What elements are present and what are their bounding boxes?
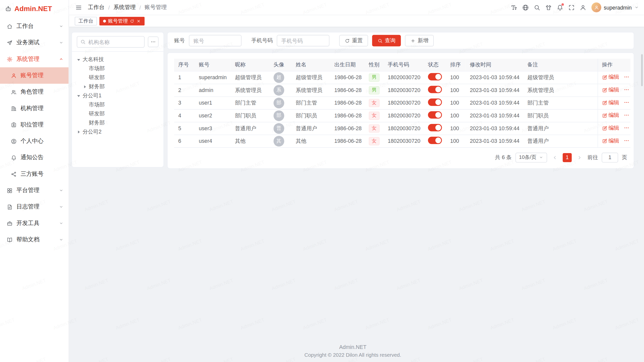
cell-nickname: 部门主管	[231, 97, 269, 109]
cell-actions: 编辑	[598, 109, 631, 122]
edit-button[interactable]: 编辑	[602, 137, 619, 145]
sidebar-item-workbench[interactable]: 工作台	[0, 18, 69, 34]
add-button[interactable]: 新增	[405, 35, 434, 47]
row-more-button[interactable]	[623, 112, 629, 118]
search-submit-button[interactable]: 查询	[372, 35, 401, 47]
row-more-button[interactable]	[623, 99, 629, 105]
org-search-input[interactable]	[77, 36, 144, 48]
app-logo-text: Admin.NET	[14, 5, 52, 13]
user-menu[interactable]: superadmin	[591, 3, 639, 12]
sidebar-item-notice-announcement[interactable]: 通知公告	[0, 149, 69, 166]
breadcrumb-item[interactable]: 工作台	[88, 4, 104, 11]
cell-actions: 编辑	[598, 122, 631, 135]
close-icon[interactable]	[136, 19, 141, 23]
page-1-button[interactable]: 1	[563, 153, 572, 162]
edit-button[interactable]: 编辑	[602, 112, 619, 119]
caret-right-icon[interactable]	[76, 129, 81, 134]
caret-down-icon[interactable]	[76, 57, 81, 62]
breadcrumb-item[interactable]: 系统管理	[113, 4, 136, 11]
edit-button-label: 编辑	[609, 99, 619, 106]
cell-account: superadmin	[195, 71, 231, 84]
breadcrumb-separator: /	[139, 4, 141, 10]
fullscreen-button[interactable]	[566, 2, 577, 13]
profile-button[interactable]	[578, 2, 588, 13]
scrollbar-thumb[interactable]	[641, 54, 643, 86]
column-header: 头像	[269, 59, 292, 71]
refresh-icon[interactable]	[130, 19, 134, 23]
cell-order: 100	[446, 97, 466, 109]
cell-nickname: 超级管理员	[231, 71, 269, 84]
notification-button[interactable]	[554, 2, 565, 13]
sidebar-item-business-test[interactable]: 业务测试	[0, 34, 69, 51]
phone-input[interactable]	[277, 35, 329, 47]
avatar: 部	[273, 110, 284, 121]
status-toggle[interactable]	[428, 99, 442, 106]
font-size-button[interactable]	[508, 2, 519, 13]
share-icon	[11, 171, 17, 177]
sidebar-item-help-docs[interactable]: 帮助文档	[0, 232, 69, 248]
status-toggle[interactable]	[428, 73, 442, 80]
row-more-button[interactable]	[623, 138, 629, 144]
status-toggle[interactable]	[428, 137, 442, 144]
add-button-label: 新增	[418, 37, 428, 44]
goto-page-input[interactable]	[602, 153, 618, 162]
edit-button[interactable]: 编辑	[602, 99, 619, 106]
edit-button[interactable]: 编辑	[602, 74, 619, 81]
account-input[interactable]	[189, 35, 242, 47]
tree-node[interactable]: 研发部	[73, 73, 162, 82]
cell-order: 100	[446, 122, 466, 135]
reset-button[interactable]: 重置	[339, 35, 368, 47]
search-button[interactable]	[532, 2, 542, 13]
fullscreen-icon	[568, 4, 575, 11]
sidebar-item-post-management[interactable]: 职位管理	[0, 117, 69, 133]
tree-node[interactable]: 财务部	[73, 82, 162, 91]
cell-nickname: 部门职员	[231, 109, 269, 122]
caret-down-icon[interactable]	[76, 93, 81, 98]
org-more-button[interactable]	[148, 36, 158, 47]
app-logo[interactable]: Admin.NET	[0, 0, 69, 18]
cell-modified: 2023-01-03 10:59:44	[466, 97, 523, 109]
status-toggle[interactable]	[428, 111, 442, 118]
next-page-button[interactable]	[575, 155, 584, 160]
tree-node[interactable]: 大名科技	[73, 55, 162, 64]
tree-node[interactable]: 分公司1	[73, 91, 162, 100]
row-more-button[interactable]	[623, 125, 629, 131]
sidebar-item-log-management[interactable]: 日志管理	[0, 199, 69, 215]
row-more-button[interactable]	[623, 86, 629, 93]
collapse-sidebar-button[interactable]	[73, 2, 84, 13]
row-more-button[interactable]	[623, 74, 629, 80]
tree-node[interactable]: 研发部	[73, 109, 162, 118]
status-toggle[interactable]	[428, 124, 442, 131]
chevron-down-icon	[59, 40, 64, 45]
tree-node[interactable]: 分公司2	[73, 127, 162, 136]
edit-button[interactable]: 编辑	[602, 124, 619, 132]
caret-right-icon[interactable]	[82, 84, 88, 89]
sidebar-item-dev-tools[interactable]: 开发工具	[0, 215, 69, 232]
column-header: 修改时间	[466, 59, 523, 71]
sidebar-item-platform-management[interactable]: 平台管理	[0, 182, 69, 199]
page-size-value: 10条/页	[519, 154, 536, 161]
tree-node[interactable]: 市场部	[73, 64, 162, 73]
topbar-actions: superadmin	[508, 2, 639, 13]
cell-nickname: 其他	[231, 135, 269, 148]
tree-node[interactable]: 财务部	[73, 118, 162, 127]
sidebar-item-system-management[interactable]: 系统管理	[0, 51, 69, 67]
tab-workbench[interactable]: 工作台	[75, 17, 97, 25]
column-header: 状态	[424, 59, 446, 71]
page-size-select[interactable]: 10条/页	[515, 153, 547, 162]
sidebar-item-role-management[interactable]: 角色管理	[0, 84, 69, 100]
globe-button[interactable]	[520, 2, 531, 13]
sidebar-item-account-management[interactable]: 账号管理	[0, 67, 69, 84]
theme-button[interactable]	[543, 2, 553, 13]
sidebar-item-org-management[interactable]: 机构管理	[0, 100, 69, 116]
prev-page-button[interactable]	[551, 155, 559, 160]
goto-label: 前往	[587, 154, 598, 161]
edit-button[interactable]: 编辑	[602, 86, 619, 94]
sidebar-item-personal-center[interactable]: 个人中心	[0, 133, 69, 149]
status-toggle[interactable]	[428, 86, 442, 93]
cell-status	[424, 71, 446, 84]
sidebar-item-third-party-account[interactable]: 三方账号	[0, 166, 69, 182]
refresh-icon	[345, 38, 350, 43]
tab-account-management[interactable]: 账号管理	[99, 17, 145, 25]
tree-node[interactable]: 市场部	[73, 100, 162, 109]
